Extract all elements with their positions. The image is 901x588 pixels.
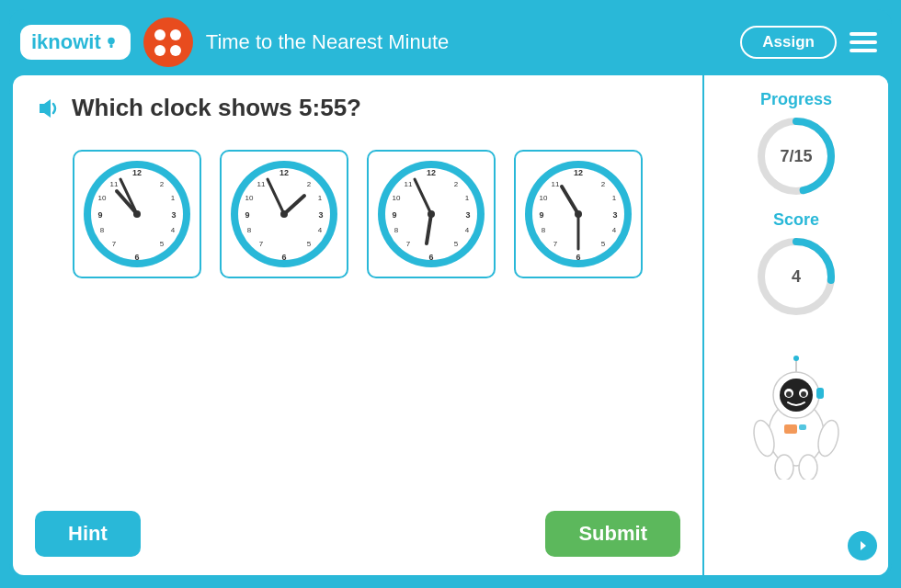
speaker-icon[interactable]	[35, 95, 63, 122]
menu-line	[850, 49, 877, 52]
svg-text:4: 4	[318, 226, 323, 234]
svg-point-87	[775, 455, 793, 480]
svg-text:5: 5	[160, 240, 165, 248]
svg-text:8: 8	[100, 226, 105, 234]
svg-text:11: 11	[552, 180, 560, 188]
svg-text:1: 1	[171, 194, 176, 202]
svg-rect-84	[816, 388, 824, 399]
svg-text:2: 2	[601, 180, 606, 188]
logo-text: iknowit	[31, 30, 101, 54]
svg-text:2: 2	[160, 180, 165, 188]
hint-button[interactable]: Hint	[35, 511, 141, 557]
svg-text:3: 3	[465, 210, 470, 220]
svg-text:7: 7	[259, 240, 264, 248]
svg-text:7: 7	[112, 240, 117, 248]
svg-point-0	[108, 38, 115, 45]
svg-text:5: 5	[601, 240, 606, 248]
progress-label: Progress	[760, 90, 832, 109]
arrow-icon	[854, 537, 871, 554]
svg-point-19	[133, 210, 141, 218]
svg-text:9: 9	[539, 210, 543, 220]
submit-button[interactable]: Submit	[545, 511, 680, 557]
main-content: Which clock shows 5:55? 12 3 6 9 2	[13, 75, 888, 575]
robot-character	[736, 333, 856, 480]
progress-circle: 7/15	[755, 115, 838, 198]
svg-text:12: 12	[279, 168, 289, 177]
svg-point-88	[799, 455, 817, 480]
svg-point-80	[786, 391, 792, 397]
question-text: Which clock shows 5:55?	[72, 94, 361, 122]
svg-text:10: 10	[245, 194, 254, 202]
clock-svg-3: 12 3 6 9 2 1 4 5 7 8 10 11	[376, 159, 486, 269]
clock-option-2[interactable]: 12 3 6 9 2 1 4 5 7 8 10 11	[220, 150, 348, 278]
menu-line	[850, 32, 877, 36]
svg-text:10: 10	[540, 194, 548, 202]
header-right: Assign	[740, 25, 881, 60]
svg-rect-1	[109, 44, 112, 48]
dot	[154, 29, 165, 40]
svg-text:4: 4	[612, 226, 617, 234]
clock-svg-4: 12 3 6 9 2 1 4 5 7 8 10 11	[523, 159, 633, 269]
svg-text:3: 3	[612, 210, 617, 220]
activity-title: Time to the Nearest Minute	[206, 30, 741, 54]
svg-rect-89	[784, 424, 797, 434]
svg-text:8: 8	[247, 226, 252, 234]
svg-text:3: 3	[318, 210, 323, 220]
clocks-container: 12 3 6 9 2 1 4 5 7 8 10 11	[35, 150, 680, 278]
score-circle: 4	[755, 235, 838, 318]
svg-point-81	[801, 391, 806, 397]
svg-text:1: 1	[465, 194, 470, 202]
progress-value: 7/15	[780, 147, 812, 166]
nav-arrow[interactable]	[848, 531, 877, 560]
svg-text:10: 10	[98, 194, 107, 202]
svg-text:1: 1	[318, 194, 323, 202]
score-value: 4	[792, 267, 801, 287]
svg-text:11: 11	[110, 180, 119, 188]
svg-text:6: 6	[428, 253, 433, 262]
svg-text:8: 8	[394, 226, 399, 234]
clock-option-3[interactable]: 12 3 6 9 2 1 4 5 7 8 10 11	[367, 150, 496, 278]
svg-text:9: 9	[392, 210, 396, 220]
dot	[170, 45, 181, 56]
clock-svg-2: 12 3 6 9 2 1 4 5 7 8 10 11	[229, 159, 339, 269]
score-label: Score	[773, 210, 819, 230]
svg-text:6: 6	[576, 253, 580, 262]
dot	[170, 29, 181, 40]
right-panel: Progress 7/15 Score 4	[704, 75, 888, 575]
svg-point-83	[793, 356, 799, 361]
svg-text:9: 9	[97, 210, 102, 220]
menu-button[interactable]	[846, 25, 881, 60]
svg-text:11: 11	[405, 180, 413, 188]
svg-point-70	[575, 210, 582, 218]
left-panel: Which clock shows 5:55? 12 3 6 9 2	[13, 75, 704, 575]
svg-text:4: 4	[465, 226, 470, 234]
clock-svg-1: 12 3 6 9 2 1 4 5 7 8 10 11	[82, 159, 192, 269]
svg-text:1: 1	[612, 194, 617, 202]
svg-text:6: 6	[281, 253, 286, 262]
bottom-bar: Hint Submit	[35, 511, 680, 557]
header: iknowit Time to the Nearest Minute Assig…	[9, 9, 892, 75]
logo: iknowit	[20, 25, 131, 60]
dot	[154, 45, 165, 56]
svg-marker-2	[40, 99, 51, 118]
svg-text:7: 7	[406, 240, 411, 248]
svg-point-36	[280, 210, 288, 218]
menu-line	[850, 40, 877, 44]
svg-text:2: 2	[307, 180, 312, 188]
clock-option-1[interactable]: 12 3 6 9 2 1 4 5 7 8 10 11	[73, 150, 201, 278]
svg-text:5: 5	[307, 240, 312, 248]
svg-text:10: 10	[393, 194, 401, 202]
bulb-icon	[103, 34, 120, 51]
svg-point-77	[780, 379, 813, 412]
svg-text:7: 7	[553, 240, 558, 248]
svg-text:2: 2	[454, 180, 459, 188]
dots-grid	[154, 29, 181, 56]
svg-text:4: 4	[171, 226, 176, 234]
svg-text:6: 6	[134, 253, 139, 262]
assign-button[interactable]: Assign	[740, 26, 837, 59]
clock-option-4[interactable]: 12 3 6 9 2 1 4 5 7 8 10 11	[514, 150, 643, 278]
svg-text:12: 12	[427, 168, 436, 177]
svg-text:3: 3	[171, 210, 176, 220]
svg-text:12: 12	[574, 168, 583, 177]
svg-point-53	[428, 210, 435, 218]
